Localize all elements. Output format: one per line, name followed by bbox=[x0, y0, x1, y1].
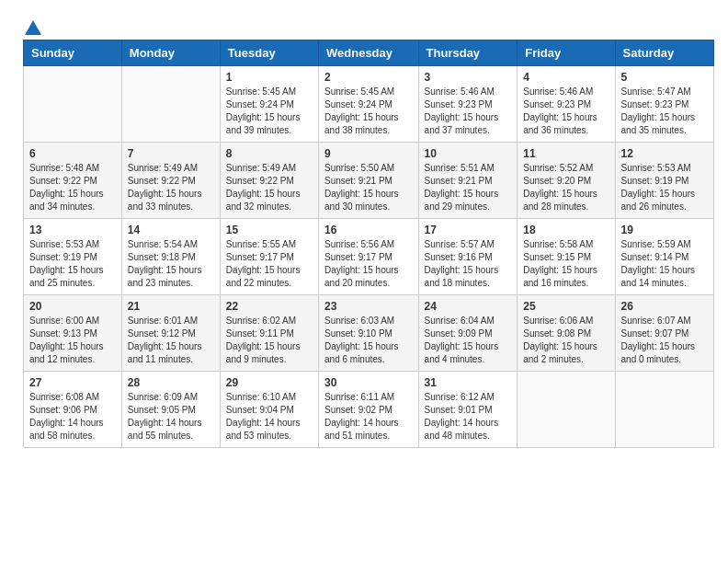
day-number: 29 bbox=[226, 376, 313, 389]
calendar-cell: 5Sunrise: 5:47 AM Sunset: 9:23 PM Daylig… bbox=[615, 66, 713, 143]
day-info: Sunrise: 5:52 AM Sunset: 9:20 PM Dayligh… bbox=[523, 162, 609, 213]
calendar-cell: 10Sunrise: 5:51 AM Sunset: 9:21 PM Dayli… bbox=[418, 143, 518, 219]
day-info: Sunrise: 5:56 AM Sunset: 9:17 PM Dayligh… bbox=[324, 238, 413, 290]
column-header-friday: Friday bbox=[518, 40, 615, 66]
calendar-cell: 8Sunrise: 5:49 AM Sunset: 9:22 PM Daylig… bbox=[220, 143, 318, 219]
day-number: 21 bbox=[128, 300, 214, 313]
day-number: 30 bbox=[324, 376, 413, 389]
day-info: Sunrise: 5:53 AM Sunset: 9:19 PM Dayligh… bbox=[29, 238, 116, 290]
day-info: Sunrise: 5:48 AM Sunset: 9:22 PM Dayligh… bbox=[29, 162, 116, 213]
calendar-cell: 31Sunrise: 6:12 AM Sunset: 9:01 PM Dayli… bbox=[418, 372, 518, 448]
svg-marker-0 bbox=[25, 20, 41, 35]
calendar-cell: 18Sunrise: 5:58 AM Sunset: 9:15 PM Dayli… bbox=[518, 219, 615, 295]
day-info: Sunrise: 5:53 AM Sunset: 9:19 PM Dayligh… bbox=[621, 162, 708, 213]
calendar-cell: 21Sunrise: 6:01 AM Sunset: 9:12 PM Dayli… bbox=[121, 295, 220, 372]
day-number: 1 bbox=[226, 71, 313, 84]
column-header-monday: Monday bbox=[121, 40, 220, 66]
day-info: Sunrise: 5:45 AM Sunset: 9:24 PM Dayligh… bbox=[226, 86, 313, 137]
day-info: Sunrise: 5:45 AM Sunset: 9:24 PM Dayligh… bbox=[324, 86, 413, 137]
day-number: 20 bbox=[29, 300, 116, 313]
column-header-sunday: Sunday bbox=[24, 40, 122, 66]
calendar-week-3: 13Sunrise: 5:53 AM Sunset: 9:19 PM Dayli… bbox=[24, 219, 714, 295]
calendar-cell: 26Sunrise: 6:07 AM Sunset: 9:07 PM Dayli… bbox=[615, 295, 713, 372]
day-number: 16 bbox=[324, 224, 413, 236]
column-header-saturday: Saturday bbox=[615, 40, 713, 66]
day-info: Sunrise: 5:54 AM Sunset: 9:18 PM Dayligh… bbox=[128, 238, 214, 290]
day-info: Sunrise: 6:03 AM Sunset: 9:10 PM Dayligh… bbox=[324, 315, 413, 366]
day-number: 2 bbox=[324, 71, 413, 84]
day-info: Sunrise: 6:07 AM Sunset: 9:07 PM Dayligh… bbox=[621, 315, 708, 366]
day-info: Sunrise: 6:12 AM Sunset: 9:01 PM Dayligh… bbox=[425, 391, 512, 442]
day-info: Sunrise: 5:51 AM Sunset: 9:21 PM Dayligh… bbox=[425, 162, 512, 213]
day-info: Sunrise: 6:11 AM Sunset: 9:02 PM Dayligh… bbox=[324, 391, 413, 442]
calendar-cell: 22Sunrise: 6:02 AM Sunset: 9:11 PM Dayli… bbox=[220, 295, 318, 372]
calendar-cell: 13Sunrise: 5:53 AM Sunset: 9:19 PM Dayli… bbox=[24, 219, 122, 295]
calendar-cell: 7Sunrise: 5:49 AM Sunset: 9:22 PM Daylig… bbox=[121, 143, 220, 219]
day-number: 4 bbox=[523, 71, 609, 84]
calendar-cell bbox=[518, 372, 615, 448]
day-number: 23 bbox=[324, 300, 413, 313]
day-info: Sunrise: 5:46 AM Sunset: 9:23 PM Dayligh… bbox=[425, 86, 512, 137]
day-info: Sunrise: 5:57 AM Sunset: 9:16 PM Dayligh… bbox=[425, 238, 512, 290]
day-number: 12 bbox=[621, 147, 708, 160]
logo bbox=[23, 18, 43, 35]
day-number: 15 bbox=[226, 224, 313, 236]
day-info: Sunrise: 6:06 AM Sunset: 9:08 PM Dayligh… bbox=[523, 315, 609, 366]
calendar-week-5: 27Sunrise: 6:08 AM Sunset: 9:06 PM Dayli… bbox=[24, 372, 714, 448]
day-info: Sunrise: 6:01 AM Sunset: 9:12 PM Dayligh… bbox=[128, 315, 214, 366]
day-info: Sunrise: 5:59 AM Sunset: 9:14 PM Dayligh… bbox=[621, 238, 708, 290]
day-number: 7 bbox=[128, 147, 214, 160]
calendar-cell: 4Sunrise: 5:46 AM Sunset: 9:23 PM Daylig… bbox=[518, 66, 615, 143]
calendar-cell: 23Sunrise: 6:03 AM Sunset: 9:10 PM Dayli… bbox=[319, 295, 419, 372]
calendar-week-1: 1Sunrise: 5:45 AM Sunset: 9:24 PM Daylig… bbox=[24, 66, 714, 143]
day-number: 10 bbox=[425, 147, 512, 160]
calendar-cell: 24Sunrise: 6:04 AM Sunset: 9:09 PM Dayli… bbox=[418, 295, 518, 372]
day-number: 19 bbox=[621, 224, 708, 236]
calendar-cell: 11Sunrise: 5:52 AM Sunset: 9:20 PM Dayli… bbox=[518, 143, 615, 219]
calendar-week-4: 20Sunrise: 6:00 AM Sunset: 9:13 PM Dayli… bbox=[24, 295, 714, 372]
column-header-thursday: Thursday bbox=[418, 40, 518, 66]
calendar-week-2: 6Sunrise: 5:48 AM Sunset: 9:22 PM Daylig… bbox=[24, 143, 714, 219]
day-info: Sunrise: 5:50 AM Sunset: 9:21 PM Dayligh… bbox=[324, 162, 413, 213]
day-info: Sunrise: 5:47 AM Sunset: 9:23 PM Dayligh… bbox=[621, 86, 708, 137]
calendar-cell bbox=[121, 66, 220, 143]
day-info: Sunrise: 5:49 AM Sunset: 9:22 PM Dayligh… bbox=[226, 162, 313, 213]
calendar-cell: 6Sunrise: 5:48 AM Sunset: 9:22 PM Daylig… bbox=[24, 143, 122, 219]
day-number: 18 bbox=[523, 224, 609, 236]
day-info: Sunrise: 6:09 AM Sunset: 9:05 PM Dayligh… bbox=[128, 391, 214, 442]
day-info: Sunrise: 6:04 AM Sunset: 9:09 PM Dayligh… bbox=[425, 315, 512, 366]
day-number: 13 bbox=[29, 224, 116, 236]
calendar-cell: 25Sunrise: 6:06 AM Sunset: 9:08 PM Dayli… bbox=[518, 295, 615, 372]
calendar-cell: 29Sunrise: 6:10 AM Sunset: 9:04 PM Dayli… bbox=[220, 372, 318, 448]
day-info: Sunrise: 5:49 AM Sunset: 9:22 PM Dayligh… bbox=[128, 162, 214, 213]
column-header-wednesday: Wednesday bbox=[319, 40, 419, 66]
day-number: 14 bbox=[128, 224, 214, 236]
calendar-cell: 19Sunrise: 5:59 AM Sunset: 9:14 PM Dayli… bbox=[615, 219, 713, 295]
calendar-cell: 15Sunrise: 5:55 AM Sunset: 9:17 PM Dayli… bbox=[220, 219, 318, 295]
day-number: 8 bbox=[226, 147, 313, 160]
day-number: 25 bbox=[523, 300, 609, 313]
calendar-header-row: SundayMondayTuesdayWednesdayThursdayFrid… bbox=[24, 40, 714, 66]
calendar-cell: 17Sunrise: 5:57 AM Sunset: 9:16 PM Dayli… bbox=[418, 219, 518, 295]
calendar-cell: 16Sunrise: 5:56 AM Sunset: 9:17 PM Dayli… bbox=[319, 219, 419, 295]
calendar-cell bbox=[615, 372, 713, 448]
calendar-cell: 30Sunrise: 6:11 AM Sunset: 9:02 PM Dayli… bbox=[319, 372, 419, 448]
day-number: 6 bbox=[29, 147, 116, 160]
day-number: 27 bbox=[29, 376, 116, 389]
calendar-table: SundayMondayTuesdayWednesdayThursdayFrid… bbox=[23, 40, 714, 448]
calendar-cell: 27Sunrise: 6:08 AM Sunset: 9:06 PM Dayli… bbox=[24, 372, 122, 448]
calendar-cell: 14Sunrise: 5:54 AM Sunset: 9:18 PM Dayli… bbox=[121, 219, 220, 295]
calendar-cell: 12Sunrise: 5:53 AM Sunset: 9:19 PM Dayli… bbox=[615, 143, 713, 219]
day-number: 22 bbox=[226, 300, 313, 313]
day-number: 17 bbox=[425, 224, 512, 236]
day-number: 28 bbox=[128, 376, 214, 389]
day-number: 5 bbox=[621, 71, 708, 84]
calendar-cell bbox=[24, 66, 122, 143]
day-info: Sunrise: 5:55 AM Sunset: 9:17 PM Dayligh… bbox=[226, 238, 313, 290]
day-number: 9 bbox=[324, 147, 413, 160]
day-info: Sunrise: 6:08 AM Sunset: 9:06 PM Dayligh… bbox=[29, 391, 116, 442]
calendar-cell: 28Sunrise: 6:09 AM Sunset: 9:05 PM Dayli… bbox=[121, 372, 220, 448]
calendar-cell: 1Sunrise: 5:45 AM Sunset: 9:24 PM Daylig… bbox=[220, 66, 318, 143]
day-number: 11 bbox=[523, 147, 609, 160]
day-number: 24 bbox=[425, 300, 512, 313]
